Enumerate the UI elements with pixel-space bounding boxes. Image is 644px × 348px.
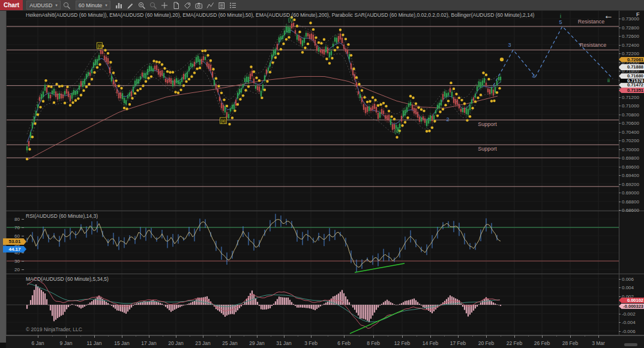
- rsi-indicator-label: RSI(AUDUSD (60 Minute),14,3): [26, 213, 98, 219]
- support-resistance-lines: [6, 26, 619, 187]
- instrument-select[interactable]: AUDUSD ▾: [26, 1, 61, 10]
- interval-select[interactable]: 60 Minute ▾: [76, 1, 110, 10]
- zoom-out-icon[interactable]: [148, 1, 158, 10]
- horizontal-scrollbar[interactable]: [624, 343, 637, 346]
- macd-line: [27, 278, 500, 328]
- macd-histogram: [26, 284, 501, 322]
- bar-chart-icon[interactable]: [114, 1, 124, 10]
- zigzag-icon[interactable]: [205, 1, 215, 10]
- left-scrollbar[interactable]: [0, 10, 7, 343]
- vertical-gridlines: [38, 211, 598, 274]
- toolbar: Chart AUDUSD ▾ 60 Minute ▾: [0, 0, 644, 11]
- notebook-icon[interactable]: [217, 1, 227, 10]
- time-axis[interactable]: [6, 335, 644, 348]
- rsi-line: [27, 220, 501, 268]
- plus-icon[interactable]: [160, 1, 170, 10]
- list-icon[interactable]: [228, 1, 238, 10]
- chevron-down-icon: ▾: [105, 3, 107, 8]
- chevron-down-icon: ▾: [55, 3, 58, 8]
- copyright-text: © 2019 NinjaTrader, LLC: [26, 326, 82, 332]
- instrument-value: AUDUSD: [29, 2, 52, 8]
- rsi-gridlines: [6, 219, 619, 269]
- fixed-scale-indicator: F: [636, 11, 640, 17]
- pencil-icon[interactable]: [125, 1, 136, 10]
- projection-line: [493, 26, 613, 86]
- tab-chart[interactable]: Chart: [0, 0, 23, 10]
- macd-indicator-label: MACD(AUDUSD (60 Minute),5,34,5): [26, 276, 109, 282]
- camera-icon[interactable]: [194, 1, 204, 10]
- scroll-left-arrow[interactable]: ←: [604, 10, 613, 21]
- signal-line: [27, 284, 500, 322]
- rsi-spikes: [27, 214, 497, 272]
- vertical-gridlines: [38, 10, 598, 211]
- search-icon[interactable]: [62, 1, 72, 10]
- horizontal-gridlines: [6, 19, 619, 210]
- panel-divider[interactable]: [6, 211, 644, 211]
- interval-value: 60 Minute: [79, 2, 103, 8]
- price-indicators-label: HeikenAshi8(AUDUSD (60 Minute)), EMA(AUD…: [26, 12, 534, 18]
- macd-panel[interactable]: [6, 274, 619, 335]
- panel-divider[interactable]: [6, 335, 644, 335]
- price-axis[interactable]: [619, 10, 644, 335]
- tag-icon[interactable]: [182, 1, 193, 10]
- rsi-panel[interactable]: [6, 211, 619, 274]
- panel-divider[interactable]: [6, 274, 644, 274]
- price-panel[interactable]: [6, 10, 619, 211]
- document-icon[interactable]: [171, 1, 181, 10]
- zoom-in-icon[interactable]: [137, 1, 147, 10]
